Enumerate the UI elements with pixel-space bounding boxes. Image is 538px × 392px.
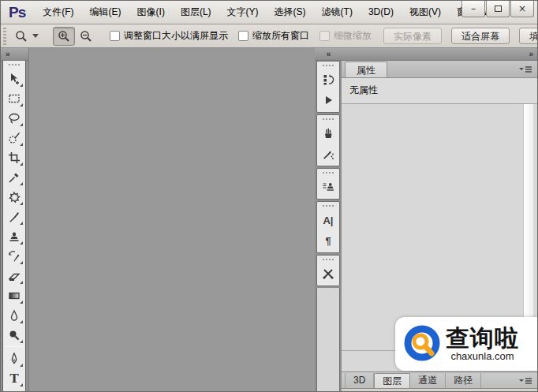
- brush-panel-icon: [321, 126, 335, 140]
- panel-group-grip[interactable]: [323, 118, 334, 121]
- fit-screen-button[interactable]: 适合屏幕: [451, 28, 510, 44]
- fill-screen-button[interactable]: 填充屏幕: [519, 28, 537, 44]
- spot-healing-brush-tool[interactable]: [4, 187, 24, 207]
- dodge-tool[interactable]: [4, 325, 24, 345]
- options-bar-grip[interactable]: [3, 28, 6, 45]
- actual-pixels-button: 实际像素: [383, 28, 442, 44]
- right-dock-collapse-button[interactable]: »: [342, 48, 537, 61]
- checkbox-box: [238, 31, 248, 41]
- menu-type[interactable]: 文字(Y): [219, 1, 267, 24]
- character-panel-button[interactable]: A|: [318, 210, 338, 230]
- menu-view[interactable]: 视图(V): [402, 1, 449, 24]
- menu-bar: 文件(F) 编辑(E) 图像(I) 图层(L) 文字(Y) 选择(S) 滤镜(T…: [35, 1, 499, 24]
- zoom-out-icon: [79, 29, 93, 43]
- watermark: 查询啦 chaxunla.com: [395, 317, 537, 371]
- window-controls: – ×: [461, 1, 534, 17]
- brush-presets-panel-button[interactable]: [318, 144, 338, 164]
- zoom-all-windows-checkbox[interactable]: 缩放所有窗口: [238, 29, 309, 43]
- paragraph-panel-button[interactable]: ¶: [318, 230, 338, 251]
- menu-image[interactable]: 图像(I): [129, 1, 173, 24]
- watermark-text: 查询啦 chaxunla.com: [446, 326, 519, 362]
- options-bar: 调整窗口大小以满屏显示 缩放所有窗口 细微缩放 实际像素 适合屏幕 填充屏幕: [1, 24, 537, 48]
- panel-menu-icon: [518, 65, 532, 74]
- menu-file[interactable]: 文件(F): [35, 1, 81, 24]
- tools-panel-grip[interactable]: [9, 64, 20, 66]
- pen-tool[interactable]: [4, 349, 24, 368]
- empty-panel-column: [316, 288, 340, 392]
- menu-filter[interactable]: 滤镜(T): [314, 1, 361, 24]
- canvas-area[interactable]: [28, 48, 315, 392]
- blur-tool[interactable]: [4, 305, 24, 325]
- gradient-tool[interactable]: [4, 286, 24, 305]
- clone-stamp-tool[interactable]: [4, 226, 24, 246]
- history-brush-tool[interactable]: [4, 246, 24, 266]
- panel-group-grip[interactable]: [323, 172, 334, 174]
- menu-select[interactable]: 选择(S): [267, 1, 314, 24]
- collapsed-panels-dock: «: [315, 48, 342, 392]
- tab-3d[interactable]: 3D: [345, 373, 374, 388]
- tool-separator: [5, 346, 24, 347]
- menu-edit[interactable]: 编辑(E): [82, 1, 129, 24]
- scrubby-zoom-checkbox: 细微缩放: [319, 29, 372, 43]
- actions-play-icon: [321, 93, 335, 107]
- properties-panel-menu-button[interactable]: [518, 65, 532, 74]
- lasso-tool[interactable]: [4, 108, 24, 128]
- properties-scrollbar[interactable]: [523, 104, 533, 350]
- properties-content: [342, 104, 537, 351]
- history-panel-button[interactable]: [318, 69, 338, 90]
- panel-group-grip[interactable]: [323, 259, 334, 261]
- clone-source-panel-button[interactable]: [318, 177, 338, 197]
- zoom-in-icon: [57, 29, 71, 43]
- eraser-tool[interactable]: [4, 266, 24, 286]
- menu-layer[interactable]: 图层(L): [173, 1, 219, 24]
- brush-tool[interactable]: [4, 207, 24, 226]
- minimize-button[interactable]: –: [461, 1, 485, 17]
- maximize-button[interactable]: [486, 1, 510, 17]
- brush-presets-icon: [321, 147, 335, 161]
- tools-dock: »: [1, 48, 28, 392]
- photoshop-logo: Ps: [1, 4, 35, 21]
- tab-properties[interactable]: 属性: [345, 62, 387, 77]
- chaxunla-logo-icon: [402, 323, 444, 365]
- maximize-icon: [495, 6, 502, 12]
- dropdown-caret-icon: [32, 34, 39, 38]
- watermark-title: 查询啦: [446, 326, 519, 351]
- panel-menu-icon: [518, 376, 532, 386]
- panel-group-tool-presets: [316, 255, 340, 286]
- quick-selection-tool[interactable]: [4, 128, 24, 147]
- tools-dock-collapse-button[interactable]: »: [1, 48, 28, 61]
- layers-panel-menu-button[interactable]: [518, 376, 532, 386]
- rectangular-marquee-tool[interactable]: [4, 88, 24, 108]
- resize-windows-to-fit-checkbox[interactable]: 调整窗口大小以满屏显示: [110, 29, 228, 43]
- zoom-in-button[interactable]: [53, 27, 75, 46]
- tool-presets-panel-button[interactable]: [318, 263, 338, 284]
- tab-layers[interactable]: 图层: [374, 373, 410, 388]
- window-bottom-edge: [342, 388, 537, 392]
- checkbox-box: [110, 31, 120, 41]
- tab-channels[interactable]: 通道: [410, 373, 446, 388]
- tab-paths[interactable]: 路径: [446, 373, 481, 388]
- panel-group-grip[interactable]: [323, 65, 334, 67]
- type-tool[interactable]: T: [4, 368, 24, 388]
- panels-dock-collapse-button[interactable]: «: [315, 48, 342, 61]
- checkbox-label: 缩放所有窗口: [252, 29, 309, 43]
- menu-3d[interactable]: 3D(D): [361, 1, 402, 24]
- zoom-out-button[interactable]: [75, 27, 97, 46]
- checkbox-box: [319, 31, 330, 41]
- crop-tool[interactable]: [4, 147, 24, 167]
- history-icon: [321, 73, 335, 87]
- bottom-tab-bar: 3D 图层 通道 路径: [342, 371, 537, 388]
- panel-group-history: [316, 61, 340, 113]
- eyedropper-tool[interactable]: [4, 167, 24, 187]
- panel-group-grip[interactable]: [323, 205, 334, 207]
- actions-panel-button[interactable]: [318, 90, 338, 110]
- move-tool[interactable]: [4, 69, 24, 88]
- paragraph-panel-icon: ¶: [325, 235, 331, 247]
- zoom-tool-preset-button[interactable]: [9, 27, 43, 46]
- panel-group-type: A| ¶: [316, 201, 340, 253]
- character-panel-icon: A|: [323, 215, 333, 226]
- close-button[interactable]: ×: [510, 1, 534, 17]
- titlebar: Ps 文件(F) 编辑(E) 图像(I) 图层(L) 文字(Y) 选择(S) 滤…: [1, 1, 537, 24]
- photoshop-window: Ps 文件(F) 编辑(E) 图像(I) 图层(L) 文字(Y) 选择(S) 滤…: [0, 0, 538, 392]
- brush-panel-button[interactable]: [318, 123, 338, 144]
